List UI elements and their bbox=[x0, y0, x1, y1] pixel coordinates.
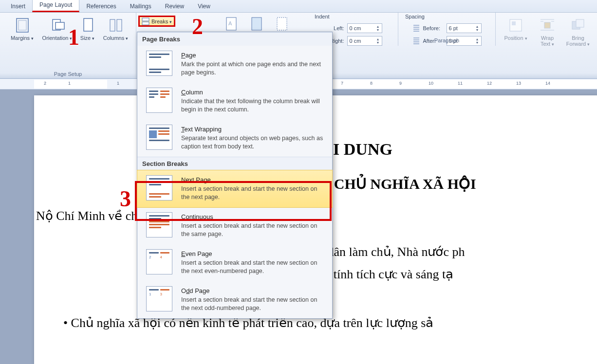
ruler-tick: 12 bbox=[487, 81, 492, 86]
wrap-text-button[interactable]: Wrap Text bbox=[535, 15, 560, 47]
break-option-next-page[interactable]: Next PageInsert a section break and star… bbox=[137, 170, 333, 208]
svg-rect-6 bbox=[117, 19, 122, 31]
page-setup-group-label: Page Setup bbox=[54, 70, 82, 78]
svg-rect-12 bbox=[277, 18, 287, 30]
break-option-even-page[interactable]: 2 4 Even PageInsert a section break and … bbox=[137, 244, 332, 281]
ruler-tick: 2 bbox=[44, 81, 46, 86]
watermark-icon[interactable]: A bbox=[225, 17, 238, 31]
space-before-input[interactable]: 6 pt▲▼ bbox=[447, 23, 482, 33]
svg-rect-14 bbox=[512, 21, 516, 25]
break-oddpage-desc: Insert a section break and start the new… bbox=[181, 296, 325, 312]
size-button[interactable]: Size bbox=[77, 15, 98, 41]
even-page-thumb-icon: 2 4 bbox=[146, 249, 172, 274]
svg-rect-4 bbox=[84, 18, 93, 31]
callout-number-3: 3 bbox=[120, 186, 131, 212]
margins-label: Margins bbox=[11, 35, 34, 41]
spinner-icon[interactable]: ▲▼ bbox=[376, 37, 380, 44]
tab-view[interactable]: View bbox=[191, 1, 217, 12]
columns-label: Columns bbox=[103, 35, 128, 41]
size-label: Size bbox=[80, 35, 94, 41]
margins-icon bbox=[15, 18, 30, 33]
ruler-tick: 11 bbox=[458, 81, 463, 86]
ruler-tick: 14 bbox=[545, 81, 550, 86]
svg-rect-3 bbox=[56, 22, 64, 29]
break-evenpage-desc: Insert a section break and start the new… bbox=[181, 259, 325, 275]
ruler-tick: 1 bbox=[68, 81, 71, 86]
text-wrap-thumb-icon bbox=[146, 125, 172, 150]
columns-icon bbox=[108, 18, 124, 33]
position-button[interactable]: Position bbox=[500, 15, 531, 41]
break-option-continuous[interactable]: ContinuousInsert a section break and sta… bbox=[137, 207, 332, 244]
breaks-button[interactable]: Breaks bbox=[138, 16, 175, 27]
margins-button[interactable]: Margins bbox=[7, 15, 38, 41]
space-before-label: Before: bbox=[423, 25, 444, 31]
group-arrange: Position Wrap Text Bring Forward bbox=[496, 13, 597, 47]
indent-right-value: 0 cm bbox=[350, 38, 361, 44]
bring-forward-button[interactable]: Bring Forward bbox=[563, 15, 593, 47]
section-breaks-header: Section Breaks bbox=[137, 157, 332, 170]
ruler-tick: 10 bbox=[429, 81, 433, 86]
position-label: Position bbox=[504, 35, 527, 41]
break-continuous-title: Continuous bbox=[181, 213, 325, 220]
position-icon bbox=[508, 18, 523, 33]
next-page-thumb-icon bbox=[146, 175, 172, 200]
page-borders-icon[interactable] bbox=[276, 17, 288, 31]
breaks-dropdown-panel: Page Breaks PageMark the point at which … bbox=[137, 32, 333, 319]
break-column-title: Column bbox=[181, 89, 325, 96]
ruler-tick: 8 bbox=[370, 81, 373, 86]
misc-icons: A bbox=[225, 17, 288, 31]
svg-rect-11 bbox=[252, 18, 261, 30]
break-oddpage-title: Odd Page bbox=[181, 287, 325, 294]
break-nextpage-desc: Insert a section break and start the new… bbox=[181, 185, 325, 201]
space-before-icon bbox=[412, 24, 420, 32]
break-evenpage-title: Even Page bbox=[181, 250, 325, 257]
break-option-text-wrapping[interactable]: Text WrappingSeparate text around object… bbox=[137, 120, 332, 157]
svg-rect-1 bbox=[19, 20, 26, 30]
indent-left-label: Left: bbox=[326, 25, 344, 31]
column-break-thumb-icon bbox=[146, 88, 172, 113]
page-breaks-header: Page Breaks bbox=[137, 32, 332, 46]
ribbon-tabbar: Insert Page Layout References Mailings R… bbox=[0, 0, 597, 13]
break-option-odd-page[interactable]: 1 3 Odd PageInsert a section break and s… bbox=[137, 281, 332, 318]
ruler-tick: 1 bbox=[117, 81, 119, 86]
tab-insert[interactable]: Insert bbox=[4, 1, 32, 12]
wrap-text-label: Wrap Text bbox=[541, 35, 554, 47]
break-continuous-desc: Insert a section break and start the new… bbox=[181, 222, 325, 238]
tab-references[interactable]: References bbox=[79, 1, 123, 12]
break-textwrap-title: Text Wrapping bbox=[181, 126, 325, 133]
indent-header: Indent bbox=[315, 14, 330, 19]
ruler-tick: 7 bbox=[341, 81, 343, 86]
tab-mailings[interactable]: Mailings bbox=[123, 1, 158, 12]
spinner-icon[interactable]: ▲▼ bbox=[476, 25, 479, 32]
ruler-tick: 9 bbox=[399, 81, 402, 86]
paragraph-group-label: Paragraph bbox=[398, 36, 495, 45]
break-nextpage-title: Next Page bbox=[181, 176, 325, 183]
break-page-desc: Mark the point at which one page ends an… bbox=[181, 60, 325, 77]
svg-rect-5 bbox=[110, 19, 115, 31]
spinner-icon[interactable]: ▲▼ bbox=[376, 25, 380, 32]
size-icon bbox=[80, 18, 95, 33]
odd-page-thumb-icon: 1 3 bbox=[146, 286, 172, 311]
group-spacing: Spacing Before: 6 pt▲▼ After: 6 pt▲▼ Par… bbox=[398, 13, 496, 46]
breaks-icon bbox=[142, 18, 149, 25]
breaks-label: Breaks bbox=[151, 18, 172, 24]
bring-forward-label: Bring Forward bbox=[566, 35, 590, 47]
indent-left-value: 0 cm bbox=[350, 25, 361, 31]
tab-page-layout[interactable]: Page Layout bbox=[32, 0, 79, 12]
break-page-title: Page bbox=[181, 52, 325, 59]
orientation-icon bbox=[50, 18, 65, 33]
break-option-column[interactable]: ColumnIndicate that the text following t… bbox=[137, 83, 332, 120]
break-option-page[interactable]: PageMark the point at which one page end… bbox=[137, 46, 332, 83]
columns-button[interactable]: Columns bbox=[102, 15, 130, 41]
spacing-header: Spacing bbox=[405, 14, 425, 19]
tab-review[interactable]: Review bbox=[158, 1, 191, 12]
indent-right-input[interactable]: 0 cm▲▼ bbox=[347, 36, 382, 46]
wrap-text-icon bbox=[540, 18, 555, 33]
page-color-icon[interactable] bbox=[250, 17, 263, 31]
svg-rect-7 bbox=[142, 18, 149, 21]
svg-text:A: A bbox=[228, 20, 232, 26]
breaks-button-wrap: Breaks bbox=[138, 16, 175, 27]
callout-number-2: 2 bbox=[192, 14, 203, 39]
indent-left-input[interactable]: 0 cm▲▼ bbox=[347, 23, 382, 33]
space-before-value: 6 pt bbox=[449, 25, 458, 31]
